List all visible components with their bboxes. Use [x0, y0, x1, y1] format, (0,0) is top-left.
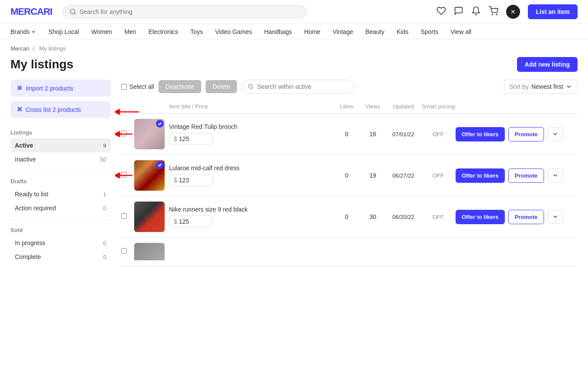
chevron-down-icon [552, 131, 558, 137]
logo[interactable]: MERCARI [10, 6, 52, 17]
listing-title-2[interactable]: Lularoe mid-calf red dress [169, 165, 334, 172]
wishlist-icon[interactable] [436, 6, 446, 18]
nav-bar: Brands Shop Local Women Men Electronics … [0, 24, 588, 40]
listing-smart-3: OFF [421, 214, 456, 220]
nav-item-videogames[interactable]: Video Games [215, 28, 252, 35]
breadcrumb: Mercari / My listings [0, 40, 588, 52]
nav-item-shoplocal[interactable]: Shop Local [48, 28, 79, 35]
messages-icon[interactable] [454, 6, 463, 18]
select-all-checkbox[interactable] [121, 84, 127, 90]
nav-item-electronics[interactable]: Electronics [149, 28, 178, 35]
search-within-input-wrap [241, 80, 355, 94]
nav-item-toys[interactable]: Toys [190, 28, 203, 35]
row-checkbox-4[interactable] [121, 248, 134, 255]
offer-to-likers-button-1[interactable]: Offer to likers [456, 127, 505, 141]
listing-price-3[interactable]: $ 125 [169, 215, 213, 228]
sidebar-item-readytolist[interactable]: Ready to list 1 [10, 187, 111, 201]
nav-item-brands[interactable]: Brands [10, 28, 36, 35]
sidebar-item-inactive[interactable]: Inactive 50 [10, 152, 111, 166]
listing-image-1[interactable] [134, 119, 165, 149]
select-all-checkbox-label[interactable]: Select all [121, 83, 154, 90]
sidebar-divider-2 [10, 219, 111, 220]
nav-item-home[interactable]: Home [304, 28, 320, 35]
breadcrumb-home[interactable]: Mercari [10, 45, 29, 52]
header-icons: ✕ List an item [436, 4, 578, 19]
nav-item-kids[interactable]: Kids [397, 28, 409, 35]
sidebar-inactive-count: 50 [100, 156, 106, 163]
listing-likes-3: 0 [334, 213, 360, 220]
toolbar: Select all Deactivate Delete Sort by New… [121, 80, 578, 94]
row-checkbox-3[interactable] [121, 213, 134, 220]
sidebar-readytolist-count: 1 [103, 191, 106, 198]
sidebar-inprogress-count: 0 [103, 240, 106, 246]
offer-to-likers-button-3[interactable]: Offer to likers [456, 210, 505, 224]
search-bar [63, 5, 307, 18]
red-arrow-row2 [115, 171, 134, 180]
listing-price-value-3: 125 [179, 218, 189, 225]
nav-item-beauty[interactable]: Beauty [365, 28, 385, 35]
svg-line-6 [252, 87, 253, 88]
listing-price-2[interactable]: $ 123 [169, 174, 213, 186]
import-products-button[interactable]: ✕ Import 2 products [10, 80, 111, 97]
select-all-label: Select all [129, 83, 154, 90]
chevron-down-icon [552, 172, 558, 178]
chevron-down-icon [552, 214, 558, 220]
add-new-listing-button[interactable]: Add new listing [517, 57, 578, 72]
list-item-button[interactable]: List an item [528, 4, 578, 19]
listing-image-4[interactable] [134, 243, 165, 260]
delete-button[interactable]: Delete [206, 80, 237, 93]
listing-actions-2: Offer to likers Promote [456, 168, 578, 183]
listing-price-1[interactable]: $ 125 [169, 133, 213, 145]
sort-value: Newest first [531, 83, 563, 90]
search-icon [69, 8, 76, 15]
sidebar-item-actionrequired[interactable]: Action required 0 [10, 201, 111, 215]
cart-icon[interactable] [489, 6, 498, 18]
listing-smart-2: OFF [421, 172, 456, 179]
deactivate-button[interactable]: Deactivate [159, 80, 201, 93]
promote-button-1[interactable]: Promote [508, 127, 544, 141]
sidebar-active-label: Active [15, 142, 33, 149]
notifications-icon[interactable] [471, 6, 481, 18]
sidebar-item-inprogress[interactable]: In progress 0 [10, 236, 111, 250]
listing-title-3[interactable]: Nike runners size 9 red black [169, 206, 334, 213]
promote-button-3[interactable]: Promote [508, 210, 544, 224]
more-options-button-2[interactable] [547, 168, 563, 182]
row-4-checkbox[interactable] [121, 248, 127, 254]
sidebar-active-count: 9 [103, 142, 106, 149]
more-options-button-3[interactable] [547, 210, 563, 224]
listing-actions-3: Offer to likers Promote [456, 210, 578, 224]
listing-image-3[interactable] [134, 202, 165, 232]
listing-row: Nike runners size 9 red black $ 125 0 30… [121, 196, 578, 238]
more-options-button-1[interactable] [547, 127, 563, 141]
listing-image-2[interactable] [134, 160, 165, 191]
offer-to-likers-button-2[interactable]: Offer to likers [456, 168, 505, 183]
nav-item-handbags[interactable]: Handbags [264, 28, 292, 35]
crosslist-products-button[interactable]: ✕ Cross list 2 products [10, 101, 111, 118]
sidebar-item-active[interactable]: Active 9 [10, 138, 111, 152]
selected-badge-1 [156, 120, 164, 128]
nav-item-men[interactable]: Men [124, 28, 136, 35]
crosslist-x-icon: ✕ [17, 105, 22, 114]
global-search-input[interactable] [80, 8, 300, 15]
promote-button-2[interactable]: Promote [508, 168, 544, 183]
nav-item-vintage[interactable]: Vintage [333, 28, 353, 35]
listing-title-area-1: Vintage Red Tulip brooch $ 125 [169, 123, 334, 145]
nav-item-sports[interactable]: Sports [421, 28, 438, 35]
sidebar-actionrequired-count: 0 [103, 205, 106, 212]
nav-item-women[interactable]: Women [91, 28, 112, 35]
nav-item-viewall[interactable]: View all [450, 28, 471, 35]
sort-select[interactable]: Sort by Newest first [504, 80, 578, 94]
listing-title-1[interactable]: Vintage Red Tulip brooch [169, 123, 334, 130]
listing-smart-1: OFF [421, 131, 456, 138]
listing-row: Lularoe mid-calf red dress $ 123 0 19 06… [121, 155, 578, 196]
listing-title-area-2: Lularoe mid-calf red dress $ 123 [169, 165, 334, 186]
selected-badge-2 [156, 161, 164, 169]
row-3-checkbox[interactable] [121, 213, 127, 219]
sidebar-item-complete[interactable]: Complete 0 [10, 250, 111, 264]
col-header-likes: Likes [334, 103, 360, 110]
search-within-input[interactable] [257, 83, 348, 90]
main-layout: ✕ Import 2 products ✕ Cross list 2 produ… [0, 80, 588, 266]
avatar[interactable]: ✕ [506, 5, 520, 19]
col-header-smart: Smart pricing [421, 103, 456, 110]
sidebar-inactive-label: Inactive [15, 156, 36, 163]
